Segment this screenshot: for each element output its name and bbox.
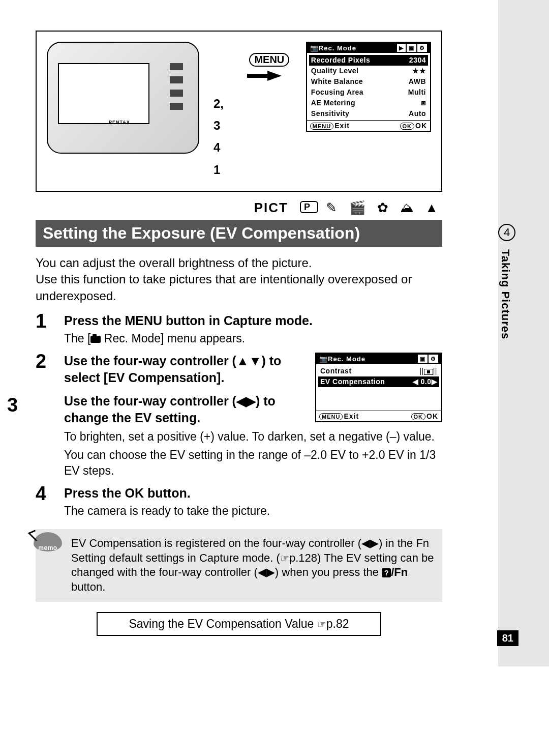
diagram-label-23: 2, 3 (214, 93, 233, 136)
lcd2-exit: Exit (344, 412, 359, 420)
step4-head: Press the OK button. (64, 485, 442, 502)
camera-illustration: PENTAX (47, 42, 199, 154)
step1-body: The [ Rec. Mode] menu appears. (64, 331, 442, 346)
section-title: Setting the Exposure (EV Compensation) (36, 220, 442, 247)
step3-head: Use the four-way controller (◀▶) to chan… (64, 393, 305, 426)
step3-body: To brighten, set a positive (+) value. T… (64, 429, 442, 445)
menu-chip: MENU (249, 53, 289, 67)
intro-text: You can adjust the overall brightness of… (36, 255, 442, 304)
lcd1-ok: OK (415, 122, 427, 130)
lcd2-menu-chip: MENU (319, 413, 343, 420)
page-number: 81 (497, 630, 518, 646)
mode-scene-icons: ✎ 🎬 ✿ ⛰ ▲ (326, 200, 442, 215)
lcd-preview-2: 📷Rec. Mode ▣⚙ Contrast EV Compensation◀ … (315, 353, 442, 422)
lcd2-title: Rec. Mode (328, 355, 365, 363)
lcd1-header-icons: ▶▣⚙ (397, 44, 427, 52)
ref-page: p.82 (326, 617, 349, 630)
lcd1-row-5: SensitivityAuto (311, 108, 426, 119)
chapter-number: 4 (498, 224, 515, 241)
lcd-preview-1: 📷Rec. Mode ▶▣⚙ Recorded Pixels2304 Quali… (306, 42, 431, 132)
lcd2-header-icons: ▣⚙ (418, 355, 438, 363)
step3-body2: You can choose the EV setting in the ran… (64, 447, 442, 479)
memo-icon: memo (34, 532, 62, 551)
lcd1-row-2: White BalanceAWB (311, 76, 426, 87)
mode-pict: PICT (254, 200, 288, 215)
lcd2-row-0: Contrast (320, 366, 437, 376)
lcd1-menu-chip: MENU (310, 123, 333, 130)
lcd1-title: Rec. Mode (319, 44, 356, 52)
memo-ref: p.128 (289, 551, 317, 564)
step1-head: Press the MENU button in Capture mode. (64, 312, 442, 329)
cross-ref-box: Saving the EV Compensation Value p.82 (97, 612, 381, 636)
ref-text: Saving the EV Compensation Value (129, 617, 317, 630)
lcd2-row-1: EV Compensation◀ 0.0▶ (318, 376, 439, 387)
diagram-step-labels: 2, 3 4 1 (214, 42, 233, 181)
lcd1-row-0: Recorded Pixels2304 (309, 55, 428, 66)
camera-icon (90, 336, 101, 343)
lcd2-ok-chip: OK (411, 413, 426, 420)
chapter-badge: 4 (498, 224, 515, 241)
memo-text-c: button. (71, 580, 105, 593)
mode-icons-row: PICT P ✎ 🎬 ✿ ⛰ ▲ (36, 200, 442, 216)
top-diagram: PENTAX 2, 3 4 1 MENU 📷Rec. Mode ▶▣⚙ Reco… (36, 31, 442, 192)
ref-icon (280, 551, 289, 564)
memo-box: memo EV Compensation is registered on th… (36, 529, 442, 601)
step2-head: Use the four-way controller (▲▼) to sele… (64, 353, 305, 386)
ref-hand-icon (317, 617, 326, 630)
fn-button-label: ?/Fn (382, 566, 408, 578)
diagram-label-4: 4 (214, 136, 233, 158)
chapter-title: Taking Pictures (499, 249, 512, 339)
mode-p-icon: P (300, 201, 318, 213)
lcd1-row-3: Focusing AreaMulti (311, 87, 426, 98)
lcd1-row-1: Quality Level★★ (311, 66, 426, 76)
lcd2-ok: OK (426, 412, 438, 420)
camera-brand: PENTAX (109, 120, 130, 125)
lcd1-ok-chip: OK (400, 123, 415, 130)
step4-body: The camera is ready to take the picture. (64, 503, 442, 519)
lcd1-exit: Exit (334, 122, 350, 130)
lcd1-row-4: AE Metering◙ (311, 98, 426, 108)
diagram-label-1: 1 (214, 159, 233, 181)
